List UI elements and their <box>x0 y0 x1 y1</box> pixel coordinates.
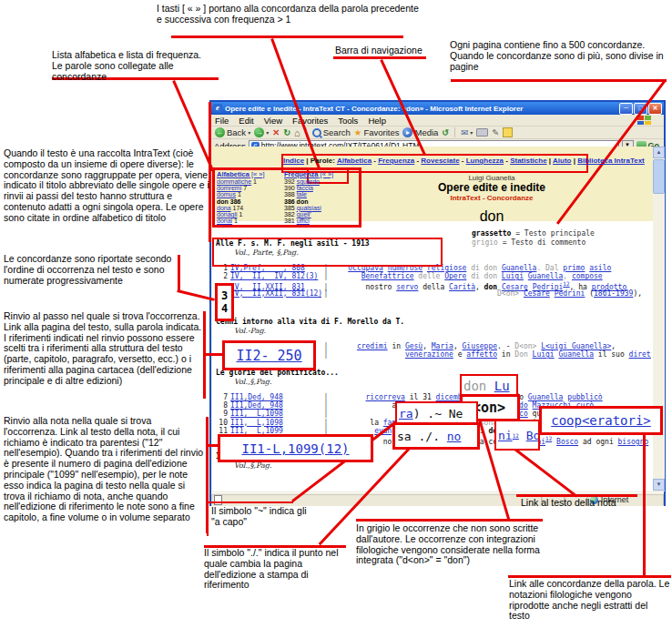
text-link[interactable]: primo <box>563 264 585 272</box>
refresh-button[interactable]: ↻ <box>283 127 290 137</box>
text-link[interactable]: ni <box>498 429 513 442</box>
edit-button[interactable]: ✎ <box>492 127 499 137</box>
text-link[interactable]: Bosco <box>556 438 578 446</box>
word-list-item[interactable]: 392 sguardo <box>284 178 351 185</box>
text-link[interactable]: sguardo <box>297 178 320 185</box>
word-list-item[interactable]: domus 1 <box>217 191 284 198</box>
text-link[interactable]: 1861-1939 <box>594 289 633 298</box>
chevron-down-icon[interactable]: ▾ <box>266 129 269 136</box>
word-list-item[interactable]: 388 tale <box>284 191 351 198</box>
chevron-down-icon[interactable]: ▾ <box>248 129 250 136</box>
word-list-item[interactable]: domremi 7 <box>217 185 284 191</box>
passage-reference-link[interactable]: IV, II,XXII, 831(12) <box>230 289 321 298</box>
word-list-item[interactable]: 382 quell' <box>284 211 351 218</box>
text-link[interactable]: Indice <box>283 157 304 165</box>
text-link[interactable]: Opere <box>444 272 466 280</box>
text-link[interactable]: domus <box>217 191 236 198</box>
pager-link[interactable]: [« »] <box>249 170 265 178</box>
media-button[interactable]: ▸Media <box>402 127 438 137</box>
history-button[interactable]: ↺ <box>442 127 449 137</box>
text-link[interactable]: donai <box>217 218 232 224</box>
list-header-link[interactable]: Frequenza <box>284 170 319 178</box>
text-link[interactable]: Cesare <box>524 289 550 298</box>
scroll-up-button[interactable]: ▲ <box>653 147 665 158</box>
text-link[interactable]: Guanella <box>528 272 564 280</box>
text-link[interactable]: Biblioteca IntraText <box>577 157 645 165</box>
stop-button[interactable]: ✕ <box>272 127 280 137</box>
text-link[interactable]: 12 <box>513 432 519 439</box>
text-link[interactable]: Guanella <box>559 350 595 359</box>
menu-tools[interactable]: Tools <box>338 116 358 126</box>
coop-link[interactable]: coop<eratori> <box>551 413 651 428</box>
text-link[interactable]: Gesù <box>405 342 423 350</box>
passage-reference-link[interactable]: II1,Ded, 948 <box>230 393 321 401</box>
text-link[interactable]: domremi <box>217 185 241 191</box>
text-link[interactable]: ra <box>399 407 413 420</box>
zoom-note-number-link[interactable]: ni12 Bo <box>494 420 540 451</box>
text-link[interactable]: dommatiche <box>217 178 251 185</box>
text-link[interactable]: quell' <box>297 211 311 218</box>
text-link[interactable]: Luigi <box>533 350 555 359</box>
text-link[interactable]: qualsiasi <box>297 205 321 211</box>
passage-reference-link[interactable]: IV, II, IV, 812(3) <box>230 272 321 280</box>
text-link[interactable]: venerazione <box>405 350 453 359</box>
text-link[interactable]: dona <box>217 205 231 211</box>
zoom-passage-ref-link[interactable]: II2- 250 <box>222 340 316 370</box>
word-list-item[interactable]: 390 faccia <box>284 185 351 191</box>
text-link[interactable]: compose <box>572 272 603 280</box>
text-link[interactable]: Lunghezza <box>466 157 504 165</box>
word-list-item[interactable]: dommatiche 1 <box>217 178 284 185</box>
menu-help[interactable]: Help <box>368 116 386 126</box>
search-button[interactable]: Search <box>312 127 351 137</box>
mail-button[interactable]: ✉▾ <box>461 127 473 137</box>
text-link[interactable]: Maria <box>432 342 453 350</box>
text-link[interactable]: Alfabetica <box>337 157 372 165</box>
text-link[interactable]: tale <box>297 191 307 198</box>
note-ref-link[interactable]: II1-L,1099(12) <box>241 441 349 456</box>
zoom-word-concordance-link[interactable]: coop<eratori> <box>539 406 663 435</box>
text-link[interactable]: Benefattrice <box>361 272 414 280</box>
zoom-note-ref-link[interactable]: II1-L,1099(12) <box>218 434 373 462</box>
text-link[interactable]: faccia <box>297 185 313 191</box>
passage-reference-link[interactable]: II1, L,1098 <box>230 410 321 418</box>
passage-ref-link[interactable]: II2- 250 <box>236 348 301 364</box>
text-link[interactable]: Guanella <box>502 264 537 272</box>
close-button[interactable]: ✕ <box>648 103 662 115</box>
word-list-item[interactable]: dona 174 <box>217 205 284 211</box>
text-link[interactable]: Pedrini <box>555 289 585 298</box>
word-list-item[interactable]: donagli 1 <box>217 211 284 218</box>
menu-favorites[interactable]: Favorites <box>292 116 328 126</box>
minimize-button[interactable]: ─ <box>619 103 633 115</box>
text-link[interactable]: donagli <box>217 211 238 218</box>
text-link[interactable]: Rovesciate <box>421 157 459 165</box>
text-link[interactable]: Luigi <box>502 272 524 280</box>
vertical-scrollbar[interactable]: ▲ ▼ <box>653 147 665 491</box>
title-bar[interactable]: e Opere edite e inedite - IntraText CT -… <box>211 102 664 115</box>
pager-link[interactable]: [« »] <box>319 170 334 178</box>
text-link[interactable]: 12 <box>563 280 569 287</box>
text-link[interactable]: asilo <box>589 264 611 272</box>
text-link[interactable]: Guanella <box>528 393 564 401</box>
chevron-down-icon[interactable]: ▾ <box>470 129 473 136</box>
text-link[interactable]: Frequenza <box>378 157 414 165</box>
scroll-down-button[interactable]: ▼ <box>653 479 665 491</box>
text-link[interactable]: pubblicò <box>567 393 603 401</box>
text-link[interactable]: Statistiche <box>510 157 546 165</box>
passage-reference-link[interactable]: II1, L,1098 <box>230 419 321 427</box>
text-link[interactable]: Bo <box>526 429 540 442</box>
text-link[interactable]: Aiuto <box>553 157 571 165</box>
passage-reference-link[interactable]: II1,Ded, 948 <box>230 401 321 410</box>
menu-file[interactable]: File <box>215 116 229 126</box>
menu-view[interactable]: View <box>264 116 282 126</box>
text-link[interactable]: ricorreva <box>366 393 405 401</box>
text-link[interactable]: no <box>447 430 462 443</box>
menu-edit[interactable]: Edit <box>239 116 253 126</box>
scrollbar-thumb[interactable] <box>653 159 665 194</box>
print-button[interactable] <box>476 128 488 137</box>
text-link[interactable]: uffici <box>297 218 310 224</box>
home-button[interactable]: ⌂ <box>294 127 300 138</box>
text-link[interactable]: affetto <box>466 350 497 359</box>
text-link[interactable]: Lu <box>494 379 510 393</box>
word-list-item[interactable]: 381 uffici <box>284 218 351 224</box>
text-link[interactable]: Giuseppe <box>463 342 498 350</box>
